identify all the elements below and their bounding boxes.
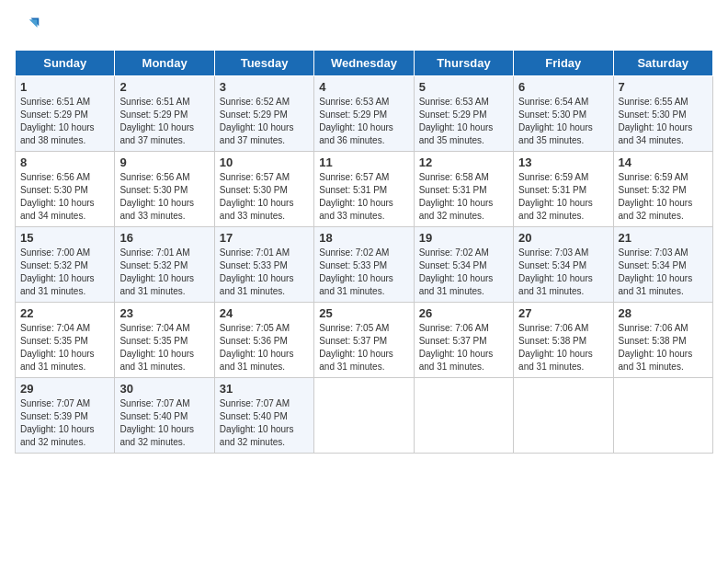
day-info: Sunrise: 6:56 AMSunset: 5:30 PMDaylight:… (119, 171, 209, 223)
calendar-week-row: 8Sunrise: 6:56 AMSunset: 5:30 PMDaylight… (16, 152, 713, 227)
calendar-cell (613, 378, 712, 454)
day-info: Sunrise: 7:06 AMSunset: 5:37 PMDaylight:… (419, 322, 508, 373)
calendar-cell: 28Sunrise: 7:06 AMSunset: 5:38 PMDayligh… (613, 303, 712, 378)
calendar-cell: 6Sunrise: 6:54 AMSunset: 5:30 PMDaylight… (514, 76, 613, 152)
day-info: Sunrise: 6:55 AMSunset: 5:30 PMDaylight:… (619, 96, 708, 147)
day-info: Sunrise: 7:04 AMSunset: 5:35 PMDaylight:… (119, 322, 209, 373)
calendar-cell: 14Sunrise: 6:59 AMSunset: 5:32 PMDayligh… (613, 152, 712, 227)
day-info: Sunrise: 7:03 AMSunset: 5:34 PMDaylight:… (518, 247, 608, 298)
day-number: 22 (20, 306, 109, 320)
day-number: 21 (619, 231, 708, 245)
calendar-cell: 19Sunrise: 7:02 AMSunset: 5:34 PMDayligh… (414, 227, 513, 303)
calendar-cell: 16Sunrise: 7:01 AMSunset: 5:32 PMDayligh… (115, 227, 214, 303)
calendar-cell: 30Sunrise: 7:07 AMSunset: 5:40 PMDayligh… (115, 378, 214, 454)
calendar-cell: 5Sunrise: 6:53 AMSunset: 5:29 PMDaylight… (414, 76, 513, 152)
day-info: Sunrise: 7:06 AMSunset: 5:38 PMDaylight:… (619, 322, 708, 373)
calendar-cell (514, 378, 613, 454)
day-number: 3 (220, 80, 309, 94)
day-of-week-header: Sunday (16, 51, 115, 76)
calendar-cell: 3Sunrise: 6:52 AMSunset: 5:29 PMDaylight… (214, 76, 313, 152)
day-number: 9 (119, 155, 209, 169)
calendar-cell: 25Sunrise: 7:05 AMSunset: 5:37 PMDayligh… (314, 303, 414, 378)
day-number: 16 (119, 231, 209, 245)
day-number: 2 (119, 80, 209, 94)
day-number: 29 (20, 382, 109, 396)
calendar-week-row: 15Sunrise: 7:00 AMSunset: 5:32 PMDayligh… (16, 227, 713, 303)
calendar-cell: 10Sunrise: 6:57 AMSunset: 5:30 PMDayligh… (214, 152, 313, 227)
day-info: Sunrise: 7:02 AMSunset: 5:33 PMDaylight:… (319, 247, 408, 298)
day-info: Sunrise: 6:58 AMSunset: 5:31 PMDaylight:… (419, 171, 508, 223)
calendar-cell: 12Sunrise: 6:58 AMSunset: 5:31 PMDayligh… (414, 152, 513, 227)
day-number: 11 (319, 155, 408, 169)
calendar-cell: 13Sunrise: 6:59 AMSunset: 5:31 PMDayligh… (514, 152, 613, 227)
day-info: Sunrise: 7:00 AMSunset: 5:32 PMDaylight:… (20, 247, 109, 298)
calendar-table: SundayMondayTuesdayWednesdayThursdayFrid… (15, 50, 713, 454)
day-number: 7 (619, 80, 708, 94)
day-number: 20 (518, 231, 608, 245)
day-info: Sunrise: 7:05 AMSunset: 5:37 PMDaylight:… (319, 322, 408, 373)
calendar-cell: 26Sunrise: 7:06 AMSunset: 5:37 PMDayligh… (414, 303, 513, 378)
day-of-week-header: Wednesday (314, 51, 414, 76)
calendar-cell: 4Sunrise: 6:53 AMSunset: 5:29 PMDaylight… (314, 76, 414, 152)
day-info: Sunrise: 7:07 AMSunset: 5:40 PMDaylight:… (119, 397, 209, 449)
calendar-cell: 27Sunrise: 7:06 AMSunset: 5:38 PMDayligh… (514, 303, 613, 378)
calendar-cell: 1Sunrise: 6:51 AMSunset: 5:29 PMDaylight… (16, 76, 115, 152)
svg-marker-2 (29, 19, 38, 28)
day-info: Sunrise: 7:05 AMSunset: 5:36 PMDaylight:… (220, 322, 309, 373)
day-of-week-header: Saturday (613, 51, 712, 76)
day-number: 25 (319, 306, 408, 320)
day-number: 18 (319, 231, 408, 245)
day-info: Sunrise: 6:53 AMSunset: 5:29 PMDaylight:… (319, 96, 408, 147)
calendar-cell: 2Sunrise: 6:51 AMSunset: 5:29 PMDaylight… (115, 76, 214, 152)
day-number: 17 (220, 231, 309, 245)
day-number: 5 (419, 80, 508, 94)
day-of-week-header: Tuesday (214, 51, 313, 76)
day-info: Sunrise: 7:04 AMSunset: 5:35 PMDaylight:… (20, 322, 109, 373)
day-number: 15 (20, 231, 109, 245)
calendar-cell: 11Sunrise: 6:57 AMSunset: 5:31 PMDayligh… (314, 152, 414, 227)
calendar-cell: 15Sunrise: 7:00 AMSunset: 5:32 PMDayligh… (16, 227, 115, 303)
day-info: Sunrise: 6:59 AMSunset: 5:32 PMDaylight:… (619, 171, 708, 223)
day-number: 6 (518, 80, 608, 94)
calendar-cell: 29Sunrise: 7:07 AMSunset: 5:39 PMDayligh… (16, 378, 115, 454)
calendar-cell: 20Sunrise: 7:03 AMSunset: 5:34 PMDayligh… (514, 227, 613, 303)
day-info: Sunrise: 6:56 AMSunset: 5:30 PMDaylight:… (20, 171, 109, 223)
day-number: 26 (419, 306, 508, 320)
day-info: Sunrise: 6:57 AMSunset: 5:30 PMDaylight:… (220, 171, 309, 223)
calendar-cell: 22Sunrise: 7:04 AMSunset: 5:35 PMDayligh… (16, 303, 115, 378)
calendar-cell: 7Sunrise: 6:55 AMSunset: 5:30 PMDaylight… (613, 76, 712, 152)
day-number: 14 (619, 155, 708, 169)
calendar-cell: 24Sunrise: 7:05 AMSunset: 5:36 PMDayligh… (214, 303, 313, 378)
day-number: 10 (220, 155, 309, 169)
calendar-cell (414, 378, 513, 454)
day-number: 4 (319, 80, 408, 94)
day-number: 24 (220, 306, 309, 320)
calendar-week-row: 29Sunrise: 7:07 AMSunset: 5:39 PMDayligh… (16, 378, 713, 454)
calendar-cell: 18Sunrise: 7:02 AMSunset: 5:33 PMDayligh… (314, 227, 414, 303)
calendar-week-row: 1Sunrise: 6:51 AMSunset: 5:29 PMDaylight… (16, 76, 713, 152)
day-info: Sunrise: 6:53 AMSunset: 5:29 PMDaylight:… (419, 96, 508, 147)
calendar-header-row: SundayMondayTuesdayWednesdayThursdayFrid… (16, 51, 713, 76)
day-number: 30 (119, 382, 209, 396)
day-info: Sunrise: 7:01 AMSunset: 5:33 PMDaylight:… (220, 247, 309, 298)
calendar-week-row: 22Sunrise: 7:04 AMSunset: 5:35 PMDayligh… (16, 303, 713, 378)
day-info: Sunrise: 7:03 AMSunset: 5:34 PMDaylight:… (619, 247, 708, 298)
day-info: Sunrise: 6:52 AMSunset: 5:29 PMDaylight:… (220, 96, 309, 147)
calendar-cell: 21Sunrise: 7:03 AMSunset: 5:34 PMDayligh… (613, 227, 712, 303)
day-number: 13 (518, 155, 608, 169)
logo (15, 15, 42, 40)
calendar-cell: 17Sunrise: 7:01 AMSunset: 5:33 PMDayligh… (214, 227, 313, 303)
day-number: 8 (20, 155, 109, 169)
day-of-week-header: Monday (115, 51, 214, 76)
calendar-cell: 8Sunrise: 6:56 AMSunset: 5:30 PMDaylight… (16, 152, 115, 227)
logo-icon (15, 15, 40, 40)
day-number: 23 (119, 306, 209, 320)
day-info: Sunrise: 7:01 AMSunset: 5:32 PMDaylight:… (119, 247, 209, 298)
day-number: 12 (419, 155, 508, 169)
calendar-cell: 23Sunrise: 7:04 AMSunset: 5:35 PMDayligh… (115, 303, 214, 378)
day-of-week-header: Thursday (414, 51, 513, 76)
day-number: 19 (419, 231, 508, 245)
day-info: Sunrise: 6:59 AMSunset: 5:31 PMDaylight:… (518, 171, 608, 223)
day-number: 28 (619, 306, 708, 320)
header (15, 15, 713, 40)
